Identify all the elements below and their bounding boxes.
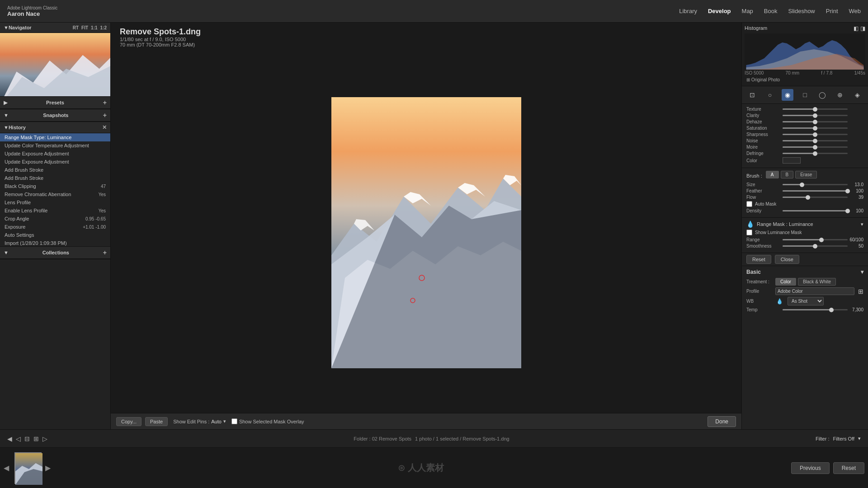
noise-slider[interactable] <box>783 140 848 141</box>
presets-header[interactable]: ▶ Presets + <box>0 97 110 109</box>
texture-slider[interactable] <box>783 108 848 110</box>
range-mask-eyedropper[interactable]: 💧 <box>746 221 754 228</box>
nav-icon-4[interactable]: ⊞ <box>33 435 39 442</box>
nav-icon-5[interactable]: ▷ <box>42 435 47 442</box>
navigator-thumb[interactable] <box>0 33 110 96</box>
history-item[interactable]: Range Mask Type: Luminance <box>0 133 110 141</box>
moire-slider[interactable] <box>783 146 848 148</box>
dehaze-slider[interactable] <box>783 121 848 122</box>
profile-value[interactable]: Adobe Color <box>775 287 854 295</box>
history-item[interactable]: Update Exposure Adjustment <box>0 158 110 166</box>
range-slider[interactable] <box>783 239 848 240</box>
show-edit-pins-chevron[interactable]: ▾ <box>223 418 226 424</box>
filmstrip-left-arrow[interactable]: ◀ <box>4 464 9 472</box>
basic-title: Basic ▾ <box>746 269 863 275</box>
flow-slider[interactable] <box>783 197 848 198</box>
nav-icon-1[interactable]: ◀ <box>7 435 12 442</box>
crop-tool[interactable]: ⊡ <box>746 89 758 101</box>
color-swatch[interactable] <box>783 157 801 164</box>
size-slider[interactable] <box>783 184 848 185</box>
show-edit-pins-value[interactable]: Auto <box>211 419 222 424</box>
filmstrip-thumb-1[interactable] <box>14 452 42 484</box>
temp-slider[interactable] <box>783 309 848 310</box>
profile-grid-icon[interactable]: ⊞ <box>858 288 863 295</box>
nav-icon-2[interactable]: ◁ <box>16 435 21 442</box>
radial-filter-tool[interactable]: ◯ <box>816 89 828 101</box>
presets-add[interactable]: + <box>103 99 107 106</box>
history-item[interactable]: Update Color Temperature Adjustment <box>0 141 110 150</box>
feather-slider[interactable] <box>783 190 848 192</box>
adjustment-brush-tool[interactable]: ⊕ <box>834 89 846 101</box>
snapshots-add[interactable]: + <box>103 112 107 119</box>
history-item[interactable]: Add Brush Stroke <box>0 174 110 182</box>
collections-add[interactable]: + <box>103 249 107 256</box>
history-item[interactable]: Exposure +1.01 -1.00 <box>0 223 110 231</box>
filmstrip-right-arrow[interactable]: ▶ <box>45 464 51 472</box>
tone-curve-tool[interactable]: ◈ <box>852 89 863 101</box>
collections-header[interactable]: ▼ Collections + <box>0 247 110 259</box>
saturation-slider[interactable] <box>783 127 848 129</box>
nav-print[interactable]: Print <box>826 8 838 14</box>
show-mask-checkbox[interactable] <box>231 418 237 424</box>
history-item[interactable]: Update Exposure Adjustment <box>0 150 110 158</box>
basic-chevron[interactable]: ▾ <box>861 269 863 275</box>
done-button[interactable]: Done <box>708 416 736 427</box>
history-clear[interactable]: ✕ <box>102 124 107 131</box>
nav-web[interactable]: Web <box>849 8 861 14</box>
clarity-slider[interactable] <box>783 115 848 116</box>
zoom-rt[interactable]: RT <box>73 25 79 30</box>
bw-treatment-btn[interactable]: Black & White <box>798 278 836 286</box>
range-mask-chevron[interactable]: ▾ <box>861 221 863 227</box>
nav-develop[interactable]: Develop <box>708 8 731 14</box>
close-button[interactable]: Close <box>775 255 799 264</box>
bottom-reset-button[interactable]: Reset <box>833 462 864 474</box>
smoothness-slider[interactable] <box>783 245 848 247</box>
defringe-slider[interactable] <box>783 153 848 154</box>
history-item[interactable]: Import (1/28/20 1:09:38 PM) <box>0 239 110 246</box>
previous-button[interactable]: Previous <box>791 462 830 474</box>
nav-map[interactable]: Map <box>742 8 753 14</box>
reset-button[interactable]: Reset <box>746 255 771 264</box>
nav-slideshow[interactable]: Slideshow <box>788 8 815 14</box>
snapshots-header[interactable]: ▼ Snapshots + <box>0 109 110 122</box>
wb-eyedropper-icon[interactable]: 💧 <box>776 298 783 305</box>
brush-tab-a[interactable]: A <box>766 171 779 178</box>
brush-tab-erase[interactable]: Erase <box>795 171 817 178</box>
history-item[interactable]: Black Clipping 47 <box>0 182 110 190</box>
history-item[interactable]: Enable Lens Profile Yes <box>0 206 110 215</box>
nav-library[interactable]: Library <box>679 8 697 14</box>
zoom-fit[interactable]: FIT <box>81 25 88 30</box>
copy-button[interactable]: Copy... <box>116 417 142 426</box>
nav-icon-3[interactable]: ⊟ <box>24 435 30 442</box>
history-item[interactable]: Lens Profile <box>0 198 110 206</box>
image-canvas-area[interactable] <box>111 52 741 413</box>
history-item[interactable]: Auto Settings <box>0 231 110 239</box>
range-row: Range 60/100 <box>746 237 863 242</box>
color-treatment-btn[interactable]: Color <box>775 278 796 286</box>
nav-book[interactable]: Book <box>764 8 778 14</box>
color-row: Color <box>746 157 863 164</box>
history-item[interactable]: Add Brush Stroke <box>0 166 110 174</box>
filter-chevron[interactable]: ▾ <box>858 436 861 441</box>
history-item[interactable]: Remove Chromatic Aberration Yes <box>0 190 110 198</box>
zoom-1-2[interactable]: 1:2 <box>100 25 107 30</box>
hist-highlight-clip[interactable]: ◨ <box>860 25 865 32</box>
zoom-1-1[interactable]: 1:1 <box>91 25 97 30</box>
hist-shadow-clip[interactable]: ◧ <box>854 25 859 32</box>
sharpness-slider[interactable] <box>783 134 848 135</box>
density-slider[interactable] <box>783 210 848 211</box>
hist-focal: 70 mm <box>785 70 799 75</box>
spot-removal-tool[interactable]: ○ <box>764 89 776 101</box>
red-eye-tool[interactable]: ◉ <box>782 89 793 101</box>
graduated-filter-tool[interactable]: □ <box>799 89 811 101</box>
show-luminance-checkbox[interactable] <box>746 230 752 235</box>
auto-mask-checkbox[interactable] <box>746 201 752 207</box>
wb-select[interactable]: As Shot Auto Daylight Cloudy Custom <box>788 297 824 305</box>
brush-tab-b[interactable]: B <box>781 171 794 178</box>
filter-value[interactable]: Filters Off <box>833 436 854 441</box>
main-image[interactable] <box>331 97 521 368</box>
history-header[interactable]: ▼ History ✕ <box>0 122 110 133</box>
paste-button[interactable]: Paste <box>145 417 168 426</box>
navigator-header[interactable]: ▼ Navigator RT FIT 1:1 1:2 <box>0 23 110 33</box>
history-item[interactable]: Crop Angle 0.95 -0.65 <box>0 215 110 223</box>
